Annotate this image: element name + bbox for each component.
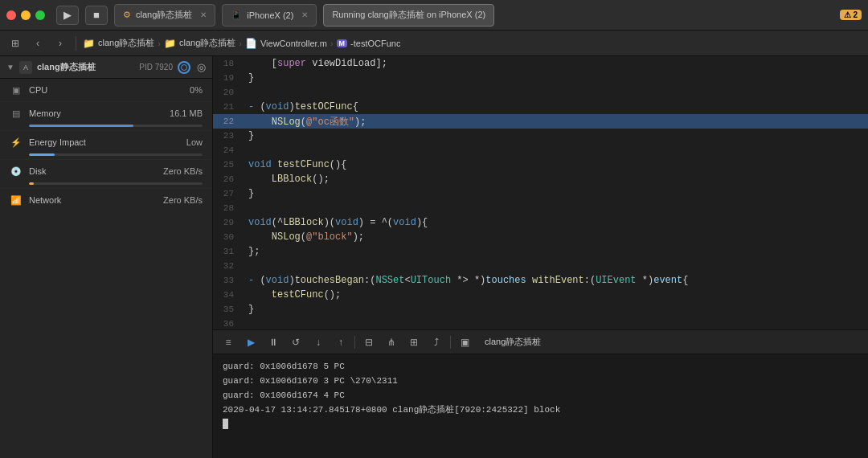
maximize-button[interactable] bbox=[35, 10, 45, 20]
code-line-32: 32 bbox=[213, 259, 868, 273]
metric-network-container: 📶 Network Zero KB/s bbox=[0, 189, 212, 211]
disk-label: Disk bbox=[29, 166, 157, 176]
bc-clang2[interactable]: clang静态插桩 bbox=[179, 37, 235, 49]
line-content-31: }; bbox=[242, 246, 868, 257]
console-play-icon[interactable]: ▶ bbox=[242, 333, 260, 351]
play-button[interactable]: ▶ bbox=[56, 6, 79, 25]
line-num-20: 20 bbox=[213, 88, 242, 97]
sidebar-header: ▼ A clang静态插桩 PID 7920 ◎ bbox=[0, 56, 212, 79]
tab-iphone-close[interactable]: ✕ bbox=[301, 10, 308, 19]
tab-clang-label: clang静态插桩 bbox=[136, 9, 192, 21]
process-running-indicator bbox=[178, 61, 190, 74]
console-up-icon[interactable]: ↑ bbox=[332, 333, 350, 351]
bc-sep-3: › bbox=[330, 39, 334, 48]
cpu-value: 0% bbox=[190, 85, 203, 95]
metric-cpu: ▣ CPU 0% bbox=[0, 79, 212, 102]
stop-button[interactable]: ■ bbox=[85, 6, 108, 25]
console-rewind-icon[interactable]: ↺ bbox=[287, 333, 305, 351]
console-pause-icon[interactable]: ⏸ bbox=[264, 333, 282, 351]
code-line-26: 26 LBBlock(); bbox=[213, 172, 868, 186]
console-sep-2 bbox=[450, 336, 451, 349]
disk-bar-container bbox=[0, 182, 212, 188]
line-num-33: 33 bbox=[213, 276, 242, 285]
console-line-2: guard: 0x1006d1670 3 PC \270\2311 bbox=[223, 374, 858, 388]
chevron-left-icon[interactable]: ‹ bbox=[29, 35, 47, 52]
main-area: ▼ A clang静态插桩 PID 7920 ◎ ▣ CPU 0% ▤ Memo… bbox=[0, 56, 868, 458]
console-split-icon[interactable]: ⊟ bbox=[360, 333, 378, 351]
titlebar: ▶ ■ ⚙ clang静态插桩 ✕ 📱 iPhoneX (2) ✕ Runnin… bbox=[0, 0, 868, 31]
warning-icon: ⚠ bbox=[844, 10, 851, 19]
bc-file-icon: 📄 bbox=[245, 38, 257, 49]
line-content-24 bbox=[242, 145, 868, 156]
warning-badge[interactable]: ⚠ 2 bbox=[840, 10, 862, 20]
code-line-31: 31 }; bbox=[213, 244, 868, 259]
tab-clang-close[interactable]: ✕ bbox=[200, 10, 207, 19]
bc-viewcontroller[interactable]: ViewController.m bbox=[260, 39, 327, 48]
traffic-lights bbox=[6, 10, 45, 20]
close-button[interactable] bbox=[6, 10, 16, 20]
memory-bar-container bbox=[0, 125, 212, 130]
code-line-36: 36 bbox=[213, 317, 868, 329]
line-content-26: LBBlock(); bbox=[242, 174, 868, 185]
energy-bar-container bbox=[0, 153, 212, 159]
console-area: ≡ ▶ ⏸ ↺ ↓ ↑ ⊟ ⋔ ⊞ ⤴ ▣ clang静态插桩 guard: 0… bbox=[213, 329, 868, 458]
line-num-24: 24 bbox=[213, 145, 242, 155]
console-sep-1 bbox=[354, 336, 355, 349]
metric-memory: ▤ Memory 16.1 MB bbox=[0, 102, 212, 125]
line-content-22: NSLog(@"oc函数"); bbox=[242, 115, 868, 129]
sidebar-expand-icon[interactable]: ▼ bbox=[6, 63, 14, 72]
cpu-label: CPU bbox=[29, 85, 183, 95]
metric-disk-container: 💿 Disk Zero KB/s bbox=[0, 160, 212, 189]
code-line-22: 22 NSLog(@"oc函数"); bbox=[213, 114, 868, 129]
sidebar-gauge-icon: ◎ bbox=[197, 61, 206, 73]
memory-icon: ▤ bbox=[10, 107, 23, 120]
console-output[interactable]: guard: 0x1006d1678 5 PC guard: 0x1006d16… bbox=[213, 354, 868, 458]
line-num-35: 35 bbox=[213, 305, 242, 314]
code-line-30: 30 NSLog(@"block"); bbox=[213, 230, 868, 244]
line-num-34: 34 bbox=[213, 290, 242, 300]
energy-value: Low bbox=[186, 137, 203, 147]
bc-method[interactable]: -testOCFunc bbox=[350, 39, 400, 48]
sidebar: ▼ A clang静态插桩 PID 7920 ◎ ▣ CPU 0% ▤ Memo… bbox=[0, 56, 213, 458]
line-content-33: - (void)touchesBegan:(NSSet<UITouch *> *… bbox=[242, 275, 868, 286]
bc-folder-icon-1: 📁 bbox=[83, 38, 95, 49]
code-line-21: 21 - (void)testOCFunc{ bbox=[213, 100, 868, 114]
metric-network: 📶 Network Zero KB/s bbox=[0, 189, 212, 211]
metric-energy-container: ⚡ Energy Impact Low bbox=[0, 131, 212, 160]
line-content-30: NSLog(@"block"); bbox=[242, 231, 868, 243]
bc-clang1[interactable]: clang静态插桩 bbox=[98, 37, 154, 49]
line-content-20 bbox=[242, 87, 868, 98]
toolbar: ⊞ ‹ › 📁 clang静态插桩 › 📁 clang静态插桩 › 📄 View… bbox=[0, 31, 868, 56]
metric-disk: 💿 Disk Zero KB/s bbox=[0, 160, 212, 182]
console-cursor-line bbox=[223, 417, 858, 431]
console-branch-icon[interactable]: ⋔ bbox=[383, 333, 400, 351]
grid-view-icon[interactable]: ⊞ bbox=[6, 35, 24, 52]
code-editor[interactable]: 18 [super viewDidLoad]; 19 } 20 21 - (vo… bbox=[213, 56, 868, 329]
memory-value: 16.1 MB bbox=[170, 108, 203, 118]
code-line-33: 33 - (void)touchesBegan:(NSSet<UITouch *… bbox=[213, 273, 868, 288]
line-num-23: 23 bbox=[213, 131, 242, 141]
code-line-35: 35 } bbox=[213, 302, 868, 317]
process-app-icon: A bbox=[19, 61, 32, 74]
line-num-36: 36 bbox=[213, 319, 242, 329]
network-icon: 📶 bbox=[10, 194, 23, 207]
tab-iphone[interactable]: 📱 iPhoneX (2) ✕ bbox=[222, 4, 317, 27]
line-num-19: 19 bbox=[213, 73, 242, 83]
metric-memory-container: ▤ Memory 16.1 MB bbox=[0, 102, 212, 131]
minimize-button[interactable] bbox=[21, 10, 31, 20]
line-num-25: 25 bbox=[213, 160, 242, 170]
line-num-28: 28 bbox=[213, 203, 242, 213]
breadcrumb: 📁 clang静态插桩 › 📁 clang静态插桩 › 📄 ViewContro… bbox=[83, 37, 400, 49]
tab-clang-static[interactable]: ⚙ clang静态插桩 ✕ bbox=[114, 4, 215, 27]
tab-running[interactable]: Running clang静态插桩 on iPhoneX (2) bbox=[323, 4, 494, 27]
metric-energy: ⚡ Energy Impact Low bbox=[0, 131, 212, 153]
bc-m-badge: M bbox=[337, 39, 348, 47]
console-list-icon[interactable]: ≡ bbox=[219, 333, 237, 351]
console-down-icon[interactable]: ↓ bbox=[309, 333, 327, 351]
console-grid-icon[interactable]: ⊞ bbox=[405, 333, 423, 351]
console-target-icon: ▣ bbox=[456, 333, 473, 351]
chevron-right-icon[interactable]: › bbox=[51, 35, 69, 52]
line-content-34: testCFunc(); bbox=[242, 289, 868, 301]
tab-gear-icon: ⚙ bbox=[123, 10, 131, 20]
console-send-icon[interactable]: ⤴ bbox=[428, 333, 445, 351]
